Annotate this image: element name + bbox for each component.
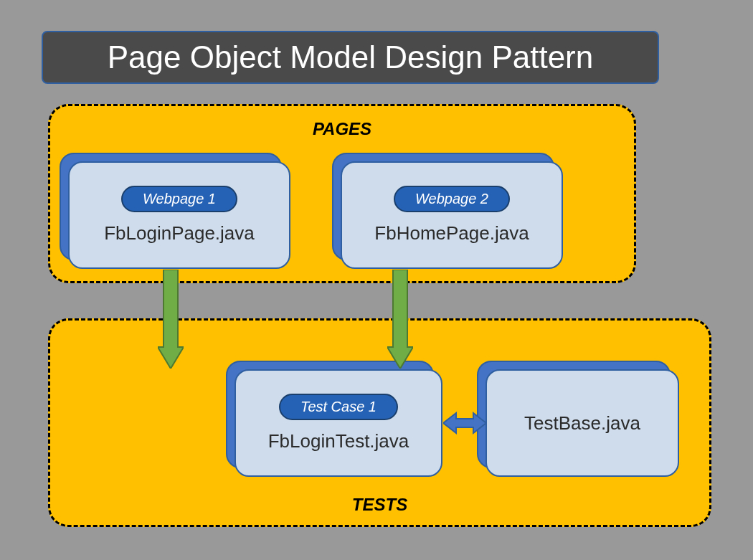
arrow-down-icon (387, 270, 409, 369)
page-card-1: Webpage 1 FbLoginPage.java (68, 161, 290, 269)
test-filename: FbLoginTest.java (268, 430, 409, 452)
pages-label: PAGES (50, 119, 634, 139)
test-card-2: TestBase.java (486, 369, 679, 477)
page-filename: FbLoginPage.java (104, 222, 255, 245)
arrow-bidirectional-icon (443, 410, 486, 436)
page-badge: Webpage 1 (121, 186, 237, 212)
card-body: Test Case 1 FbLoginTest.java (235, 369, 442, 477)
test-card-1: Test Case 1 FbLoginTest.java (235, 369, 442, 477)
diagram-title: Page Object Model Design Pattern (42, 31, 659, 84)
card-body: TestBase.java (486, 369, 679, 477)
arrow-down-icon (158, 270, 179, 369)
test-filename: TestBase.java (524, 412, 640, 435)
card-body: Webpage 2 FbHomePage.java (341, 161, 563, 269)
tests-label: TESTS (50, 495, 709, 515)
page-filename: FbHomePage.java (374, 222, 529, 245)
card-body: Webpage 1 FbLoginPage.java (68, 161, 290, 269)
page-card-2: Webpage 2 FbHomePage.java (341, 161, 563, 269)
test-badge: Test Case 1 (279, 394, 398, 420)
page-badge: Webpage 2 (394, 186, 510, 212)
